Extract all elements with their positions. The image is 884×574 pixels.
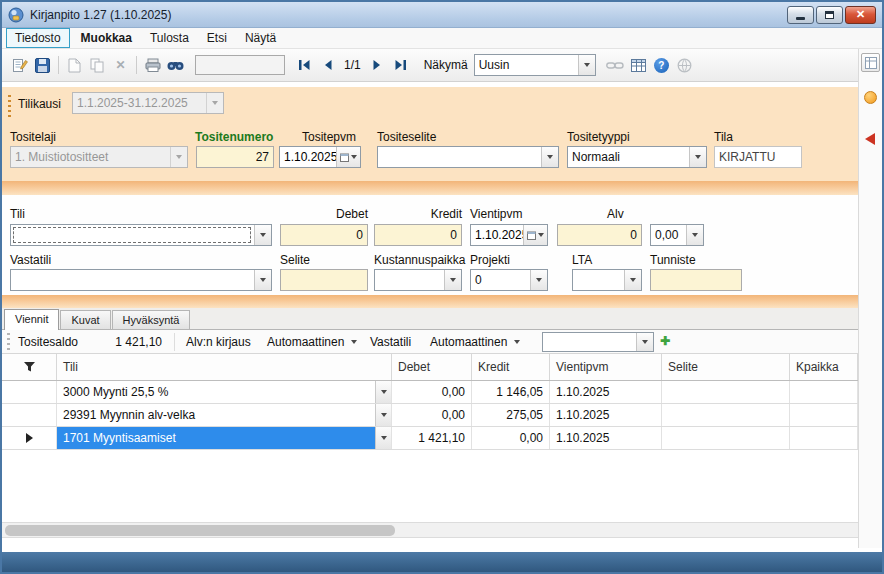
tositepvm-field[interactable]: 1.10.2025 (279, 146, 361, 168)
chevron-down-icon[interactable] (578, 55, 595, 75)
first-record-button[interactable] (293, 54, 316, 77)
kredit-field[interactable]: 0 (374, 224, 462, 246)
kustannuspaikka-select[interactable] (374, 269, 462, 291)
new-voucher-button[interactable] (63, 54, 86, 77)
docking-grip[interactable] (7, 333, 10, 351)
grid-kpaikka-cell[interactable] (790, 427, 858, 449)
grid-kpaikka-cell[interactable] (790, 381, 858, 403)
debet-field[interactable]: 0 (280, 224, 368, 246)
alv-kirjaus-select[interactable]: Automaattinen (267, 335, 357, 349)
add-row-button[interactable]: ✚ (660, 334, 670, 348)
tunniste-field[interactable] (650, 269, 742, 291)
row-selector-cell[interactable] (2, 381, 57, 403)
grid-kredit-cell[interactable]: 0,00 (472, 427, 550, 449)
link-button[interactable] (604, 54, 627, 77)
tab-hyvaksynta[interactable]: Hyväksyntä (112, 310, 191, 329)
tositeselite-combo[interactable] (377, 146, 559, 168)
menu-nayta[interactable]: Näytä (236, 29, 285, 47)
help-button[interactable]: ? (650, 54, 673, 77)
web-button[interactable] (673, 54, 696, 77)
grid-kpaikka-cell[interactable] (790, 404, 858, 426)
tositenumero-field[interactable]: 27 (196, 146, 274, 168)
tab-kuvat[interactable]: Kuvat (60, 310, 110, 329)
app-icon[interactable] (8, 7, 24, 23)
chevron-down-icon[interactable] (254, 225, 271, 245)
row-selector-cell[interactable] (2, 404, 57, 426)
summary-extra-select[interactable] (542, 332, 654, 352)
chevron-down-icon[interactable] (375, 427, 391, 449)
grid-header-vientipvm[interactable]: Vientipvm (550, 354, 662, 380)
menu-tulosta[interactable]: Tulosta (141, 29, 198, 47)
grid-row[interactable]: 29391 Myynnin alv-velka 0,00 275,05 1.10… (2, 404, 858, 427)
grid-debet-cell[interactable]: 0,00 (392, 404, 472, 426)
bookmark-arrow-icon[interactable] (865, 133, 875, 145)
alv-rate-select[interactable]: 0,00 (650, 224, 704, 246)
chevron-down-icon[interactable] (689, 147, 706, 167)
calendar-button[interactable] (523, 225, 547, 245)
delete-button[interactable]: ✕ (109, 54, 132, 77)
minimize-button[interactable] (787, 6, 814, 24)
scrollbar-thumb[interactable] (5, 525, 395, 536)
grid-account-combo[interactable]: 29391 Myynnin alv-velka (57, 404, 392, 426)
chevron-down-icon[interactable] (254, 270, 271, 290)
maximize-button[interactable] (816, 6, 843, 24)
grid-kredit-cell[interactable]: 1 146,05 (472, 381, 550, 403)
grid-header-kredit[interactable]: Kredit (472, 354, 550, 380)
grid-header-kpaikka[interactable]: Kpaikka (790, 354, 858, 380)
chevron-down-icon[interactable] (375, 381, 391, 403)
tositelaji-select[interactable]: 1. Muistiotositteet (10, 146, 188, 168)
alv-base-field[interactable]: 0 (557, 224, 642, 246)
grid-vientipvm-cell[interactable]: 1.10.2025 (550, 404, 662, 426)
view-select[interactable]: Uusin (474, 54, 596, 76)
print-button[interactable] (141, 54, 164, 77)
grid-header-tili[interactable]: Tili (57, 354, 392, 380)
chevron-down-icon[interactable] (686, 225, 703, 245)
sticky-note-icon[interactable] (864, 91, 877, 104)
copy-button[interactable] (86, 54, 109, 77)
chevron-down-icon[interactable] (530, 270, 547, 290)
grid-account-combo[interactable]: 3000 Myynti 25,5 % (57, 381, 392, 403)
edit-voucher-button[interactable] (8, 54, 31, 77)
row-selector-cell[interactable] (2, 427, 57, 449)
grid-kredit-cell[interactable]: 275,05 (472, 404, 550, 426)
close-button[interactable]: ✕ (845, 6, 876, 24)
vientipvm-field[interactable]: 1.10.2025 (470, 224, 548, 246)
menu-muokkaa[interactable]: Muokkaa (72, 29, 141, 47)
projekti-select[interactable]: 0 (470, 269, 548, 291)
toolbar-search-input[interactable] (195, 55, 285, 75)
grid-row[interactable]: 3000 Myynti 25,5 % 0,00 1 146,05 1.10.20… (2, 381, 858, 404)
chevron-down-icon[interactable] (541, 147, 558, 167)
grid-header-debet[interactable]: Debet (392, 354, 472, 380)
chevron-down-icon[interactable] (636, 333, 653, 351)
grid-header-selite[interactable]: Selite (662, 354, 790, 380)
grid-debet-cell[interactable]: 0,00 (392, 381, 472, 403)
grid-debet-cell[interactable]: 1 421,10 (392, 427, 472, 449)
chevron-down-icon[interactable] (624, 270, 641, 290)
grid-vientipvm-cell[interactable]: 1.10.2025 (550, 381, 662, 403)
chevron-down-icon[interactable] (375, 404, 391, 426)
tab-viennit[interactable]: Viennit (4, 309, 59, 330)
chevron-down-icon[interactable] (444, 270, 461, 290)
lta-select[interactable] (572, 269, 642, 291)
grid-vientipvm-cell[interactable]: 1.10.2025 (550, 427, 662, 449)
side-panel-toggle-button[interactable] (861, 53, 880, 72)
previous-record-button[interactable] (316, 54, 339, 77)
grid-selite-cell[interactable] (662, 404, 790, 426)
last-record-button[interactable] (389, 54, 412, 77)
find-button[interactable] (164, 54, 187, 77)
grid-account-combo[interactable]: 1701 Myyntisaamiset (57, 427, 392, 449)
vastatili-combo[interactable] (10, 269, 272, 291)
docking-grip[interactable] (8, 95, 11, 117)
next-record-button[interactable] (366, 54, 389, 77)
horizontal-scrollbar[interactable] (2, 522, 858, 538)
save-button[interactable] (31, 54, 54, 77)
tositetyyppi-select[interactable]: Normaali (567, 146, 707, 168)
menu-tiedosto[interactable]: Tiedosto (6, 28, 70, 48)
tilikausi-select[interactable]: 1.1.2025-31.12.2025 (72, 92, 224, 114)
grid-selite-cell[interactable] (662, 381, 790, 403)
grid-selite-cell[interactable] (662, 427, 790, 449)
grid-row[interactable]: 1701 Myyntisaamiset 1 421,10 0,00 1.10.2… (2, 427, 858, 450)
tili-combo[interactable] (10, 224, 272, 246)
calendar-button[interactable] (336, 147, 360, 167)
table-view-button[interactable] (627, 54, 650, 77)
